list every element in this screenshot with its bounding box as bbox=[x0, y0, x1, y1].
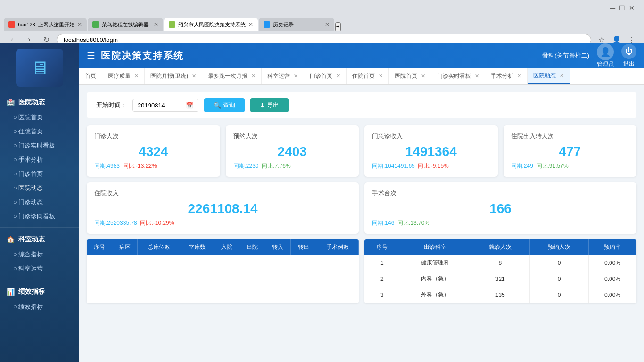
sidebar-item-outpatient-dynamics[interactable]: ○ 门诊动态 bbox=[0, 195, 79, 209]
sidebar-logo: 🖥 bbox=[0, 43, 79, 92]
date-input[interactable]: 20190814 📅 bbox=[132, 99, 198, 112]
stats-grid-2: 住院收入 2261108.14 同期:2520335.78 同比:-10.29%… bbox=[87, 182, 636, 234]
close-outpatient[interactable]: ✕ bbox=[336, 73, 340, 79]
hospital-section-icon: 🏥 bbox=[7, 99, 15, 106]
browser-tab-2[interactable]: 菜鸟教程在线编辑器 ✕ bbox=[88, 18, 163, 31]
dept-section-icon: 🏠 bbox=[7, 236, 15, 243]
sidebar-section-title-hospital[interactable]: 🏥 医院动态 bbox=[0, 94, 79, 110]
browser-tab-4[interactable]: 历史记录 ✕ bbox=[259, 18, 334, 31]
card-title-outpatient: 门诊人次 bbox=[94, 132, 213, 140]
nav-tab-realtime[interactable]: 门诊实时看板✕ bbox=[431, 68, 485, 84]
sidebar-section-title-dept[interactable]: 🏠 科室动态 bbox=[0, 231, 79, 247]
sidebar-item-kpi[interactable]: ○ 绩效指标 bbox=[0, 300, 79, 314]
sidebar-scroll: 🏥 医院动态 ○ 医院首页 ○ 住院首页 ○ 门诊实时看板 ○ 手术分析 ○ 门… bbox=[0, 92, 79, 316]
card-title-surgery: 手术台次 bbox=[372, 189, 629, 197]
nav-tab-surgery[interactable]: 手术分析✕ bbox=[485, 68, 528, 84]
nav-tab-medical-quality[interactable]: 医疗质量✕ bbox=[102, 68, 145, 84]
close-hospital[interactable]: ✕ bbox=[421, 73, 425, 79]
sidebar-item-surgery-analysis[interactable]: ○ 手术分析 bbox=[0, 153, 79, 167]
table-cell: 8 bbox=[471, 255, 529, 271]
table-cell: 0 bbox=[529, 287, 588, 303]
tab-close-1[interactable]: ✕ bbox=[77, 21, 82, 28]
tab-close-4[interactable]: ✕ bbox=[325, 21, 330, 28]
stats-card-surgery: 手术台次 166 同期:146 同比:13.70% bbox=[364, 182, 636, 234]
tab-title-4: 历史记录 bbox=[273, 21, 322, 28]
close-monthly-report[interactable]: ✕ bbox=[192, 73, 196, 79]
sidebar-item-hospital-home[interactable]: ○ 医院首页 bbox=[0, 110, 79, 124]
compare-period-inpatient-revenue: 同期:2520335.78 bbox=[94, 220, 137, 226]
close-dynamics[interactable]: ✕ bbox=[560, 73, 564, 79]
sidebar-item-outpatient-home[interactable]: ○ 门诊首页 bbox=[0, 167, 79, 181]
ward-table: 序号 病区 总床位数 空床数 入院 出院 转入 转出 手术例数 bbox=[87, 239, 359, 255]
nav-tab-hospital[interactable]: 医院首页✕ bbox=[389, 68, 431, 84]
nav-tab-dynamics[interactable]: 医院动态✕ bbox=[528, 68, 570, 84]
nav-tab-run-once[interactable]: 最多跑一次月报✕ bbox=[202, 68, 262, 84]
sidebar-item-dept-ops[interactable]: ○ 科室运营 bbox=[0, 262, 79, 276]
table-cell: 3 bbox=[364, 287, 400, 303]
tab-close-2[interactable]: ✕ bbox=[154, 21, 158, 28]
logout-button[interactable]: ⏻ 退出 bbox=[621, 44, 636, 68]
logo-icon: 🖥 bbox=[30, 58, 49, 79]
ward-col-ward: 病区 bbox=[112, 239, 138, 255]
table-cell: 外科（急） bbox=[400, 287, 471, 303]
ward-col-surgery: 手术例数 bbox=[316, 239, 359, 255]
maximize-btn[interactable]: ☐ bbox=[619, 4, 625, 13]
tab-title-1: hao123_上网从这里开始 bbox=[18, 21, 74, 28]
sidebar-item-inpatient-home[interactable]: ○ 住院首页 bbox=[0, 124, 79, 139]
kpi-section-label: 绩效指标 bbox=[18, 288, 45, 296]
start-time-label: 开始时间： bbox=[96, 101, 127, 109]
close-run-once[interactable]: ✕ bbox=[251, 73, 256, 79]
nav-tab-outpatient[interactable]: 门诊首页✕ bbox=[304, 68, 347, 84]
sidebar-item-outpatient-room[interactable]: ○ 门诊诊间看板 bbox=[0, 209, 79, 223]
browser-tab-1[interactable]: hao123_上网从这里开始 ✕ bbox=[4, 18, 87, 31]
new-tab-button[interactable]: + bbox=[335, 22, 341, 31]
sidebar-divider-2 bbox=[0, 280, 79, 280]
export-icon: ⬇ bbox=[260, 102, 265, 109]
tab-close-3[interactable]: ✕ bbox=[248, 21, 253, 28]
nav-tab-inpatient[interactable]: 住院首页✕ bbox=[347, 68, 389, 84]
stats-card-inpatient-transfer: 住院出入转人次 477 同期:249 同比:91.57% bbox=[504, 125, 637, 177]
table-cell: 0 bbox=[529, 271, 588, 287]
op-col-rate: 预约率 bbox=[589, 239, 636, 255]
card-value-appointment: 2403 bbox=[233, 144, 352, 159]
sidebar-item-general-index[interactable]: ○ 综合指标 bbox=[0, 247, 79, 262]
minimize-btn[interactable]: ─ bbox=[610, 4, 615, 13]
browser-tab-3[interactable]: 绍兴市人民医院决策支持系统 ✕ bbox=[164, 18, 258, 31]
op-col-visits: 就诊人次 bbox=[471, 239, 529, 255]
card-title-inpatient-transfer: 住院出入转人次 bbox=[511, 132, 629, 140]
sidebar-section-hospital: 🏥 医院动态 ○ 医院首页 ○ 住院首页 ○ 门诊实时看板 ○ 手术分析 ○ 门… bbox=[0, 92, 79, 225]
op-col-appt: 预约人次 bbox=[529, 239, 588, 255]
logout-label: 退出 bbox=[623, 60, 635, 68]
close-inpatient[interactable]: ✕ bbox=[379, 73, 383, 79]
close-surgery[interactable]: ✕ bbox=[517, 73, 521, 79]
table-cell: 0.00% bbox=[589, 271, 636, 287]
browser-tabs: hao123_上网从这里开始 ✕ 菜鸟教程在线编辑器 ✕ 绍兴市人民医院决策支持… bbox=[0, 17, 644, 31]
card-value-outpatient: 4324 bbox=[94, 144, 213, 159]
sidebar-section-title-kpi[interactable]: 📊 绩效指标 bbox=[0, 284, 79, 300]
close-medical-quality[interactable]: ✕ bbox=[134, 73, 139, 79]
query-button[interactable]: 🔍 查询 bbox=[204, 98, 245, 112]
export-button[interactable]: ⬇ 导出 bbox=[250, 98, 289, 112]
close-dept-ops[interactable]: ✕ bbox=[294, 73, 298, 79]
sidebar-item-hospital-dynamics[interactable]: ○ 医院动态 bbox=[0, 181, 79, 195]
table-cell: 135 bbox=[471, 287, 529, 303]
close-btn[interactable]: ✕ bbox=[629, 4, 635, 13]
compare-ratio-er-revenue: 同比:-9.15% bbox=[418, 163, 448, 169]
nav-tab-monthly-report[interactable]: 医院月报(卫统)✕ bbox=[145, 68, 202, 84]
nav-tab-dept-ops[interactable]: 科室运营✕ bbox=[262, 68, 304, 84]
tab-icon-4 bbox=[264, 21, 270, 28]
user-avatar: 👤 bbox=[597, 43, 614, 60]
nav-tab-home[interactable]: 首页 bbox=[79, 68, 102, 84]
logo-image: 🖥 bbox=[16, 49, 63, 87]
kpi-section-icon: 📊 bbox=[7, 288, 15, 296]
outpatient-table: 序号 出诊科室 就诊人次 预约人次 预约率 1健康管理科800.00%2内科（急… bbox=[364, 239, 636, 303]
close-realtime[interactable]: ✕ bbox=[475, 73, 479, 79]
op-col-dept: 出诊科室 bbox=[400, 239, 471, 255]
card-compare-inpatient-revenue: 同期:2520335.78 同比:-10.29% bbox=[94, 219, 351, 227]
menu-toggle-icon[interactable]: ☰ bbox=[87, 50, 95, 61]
table-cell: 0.00% bbox=[589, 287, 636, 303]
calendar-icon: 📅 bbox=[186, 102, 193, 109]
stats-card-outpatient: 门诊人次 4324 同期:4983 同比:-13.22% bbox=[87, 125, 220, 177]
sidebar-section-kpi: 📊 绩效指标 ○ 绩效指标 bbox=[0, 282, 79, 316]
sidebar-item-outpatient-board[interactable]: ○ 门诊实时看板 bbox=[0, 139, 79, 153]
